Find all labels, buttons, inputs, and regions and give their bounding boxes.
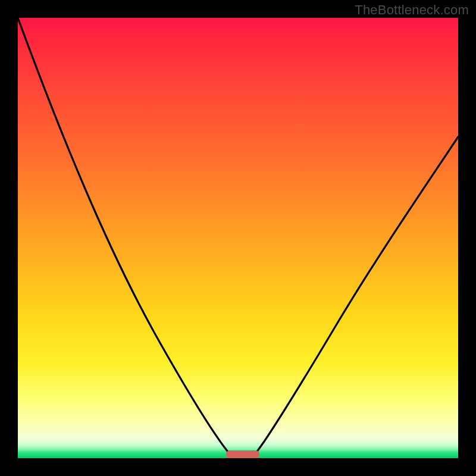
chart-frame: TheBottleneck.com xyxy=(0,0,476,476)
curve-left-branch xyxy=(18,18,233,458)
curve-right-branch xyxy=(252,137,458,458)
bottleneck-marker xyxy=(226,450,259,458)
watermark-text: TheBottleneck.com xyxy=(355,2,469,18)
chart-plot-area xyxy=(18,18,458,458)
chart-curve xyxy=(18,18,458,458)
